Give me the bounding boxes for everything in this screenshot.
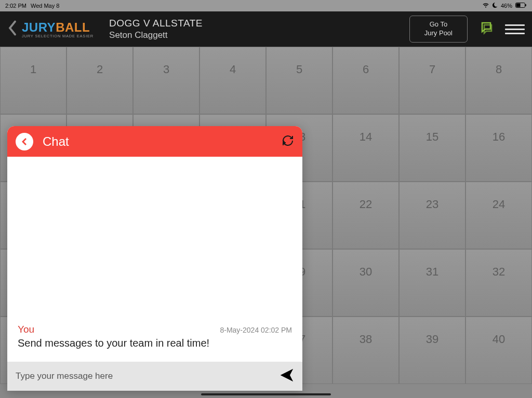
juror-cell[interactable]: 3 [133, 47, 200, 114]
juror-cell[interactable]: 16 [466, 114, 532, 182]
status-time: 2:02 PM [5, 3, 26, 9]
back-button[interactable] [7, 20, 22, 38]
logo: JURYBALL JURY SELECTION MADE EASIER [22, 20, 94, 38]
juror-cell[interactable]: 39 [399, 317, 466, 384]
juror-cell[interactable]: 24 [466, 182, 532, 249]
case-info: DOGG V ALLSTATE Seton Claggett [109, 18, 409, 40]
battery-percent: 46% [501, 3, 512, 9]
juror-cell[interactable]: 14 [332, 114, 399, 182]
juror-cell[interactable]: 40 [466, 317, 532, 384]
logo-tagline: JURY SELECTION MADE EASIER [22, 34, 94, 38]
status-date: Wed May 8 [31, 3, 59, 9]
status-bar: 2:02 PM Wed May 8 46% [0, 0, 532, 11]
menu-button[interactable] [505, 22, 525, 36]
home-indicator[interactable] [201, 393, 331, 395]
juror-cell[interactable]: 5 [266, 47, 332, 114]
case-title: DOGG V ALLSTATE [109, 18, 409, 29]
chat-title: Chat [43, 134, 282, 149]
message-timestamp: 8-May-2024 02:02 PM [220, 326, 292, 334]
juror-cell[interactable]: 30 [332, 249, 399, 317]
chat-body: You 8-May-2024 02:02 PM Send messages to… [7, 157, 302, 362]
chat-back-button[interactable] [16, 133, 33, 150]
refresh-icon[interactable] [282, 134, 294, 149]
moon-icon [493, 3, 498, 9]
juror-cell[interactable]: 4 [200, 47, 266, 114]
juror-cell[interactable]: 7 [399, 47, 466, 114]
chat-input-bar [7, 362, 302, 391]
juror-cell[interactable]: 22 [332, 182, 399, 249]
chat-panel: Chat You 8-May-2024 02:02 PM Send messag… [7, 126, 302, 391]
app-header: JURYBALL JURY SELECTION MADE EASIER DOGG… [0, 11, 532, 47]
case-subtitle: Seton Claggett [109, 30, 409, 40]
logo-part1: JURY [22, 20, 56, 34]
logo-part2: BALL [56, 20, 90, 34]
juror-cell[interactable]: 15 [399, 114, 466, 182]
message-text: Send messages to your team in real time! [18, 337, 292, 349]
juror-cell[interactable]: 23 [399, 182, 466, 249]
svg-rect-1 [516, 4, 521, 7]
chat-toggle-icon[interactable] [479, 21, 494, 37]
juror-cell[interactable]: 6 [332, 47, 399, 114]
chat-header: Chat [7, 126, 302, 157]
wifi-icon [482, 3, 489, 9]
goto-jury-pool-button[interactable]: Go To Jury Pool [409, 16, 468, 43]
juror-cell[interactable]: 8 [466, 47, 532, 114]
message-sender: You [18, 324, 34, 335]
battery-icon [515, 3, 527, 9]
juror-cell[interactable]: 32 [466, 249, 532, 317]
juror-cell[interactable]: 31 [399, 249, 466, 317]
send-icon[interactable] [280, 368, 294, 385]
goto-line1: Go To [424, 20, 453, 29]
juror-cell[interactable]: 38 [332, 317, 399, 384]
juror-cell[interactable]: 2 [66, 47, 133, 114]
message-input[interactable] [16, 371, 280, 381]
goto-line2: Jury Pool [424, 29, 453, 38]
juror-cell[interactable]: 1 [0, 47, 66, 114]
